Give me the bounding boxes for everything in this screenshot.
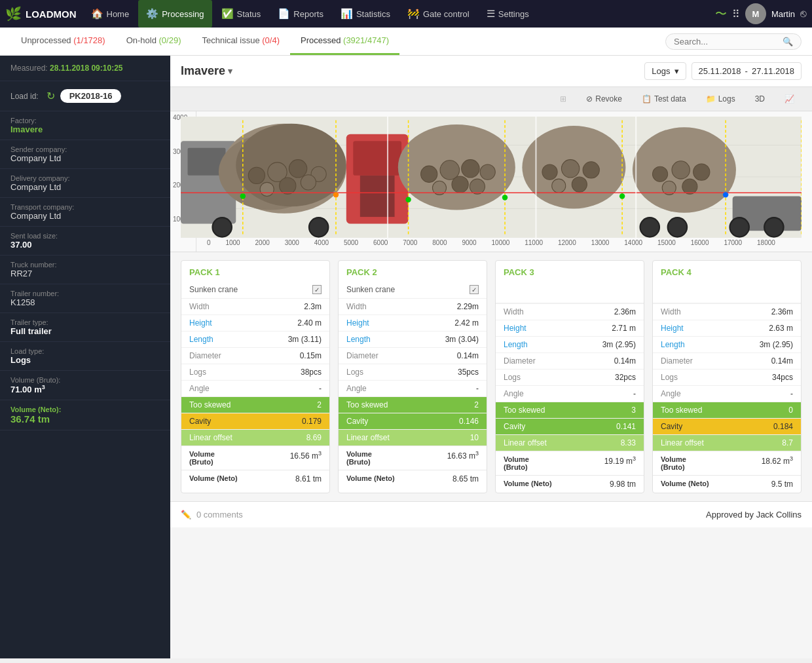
factory-value: Imavere bbox=[10, 124, 160, 134]
svg-point-40 bbox=[212, 218, 231, 237]
nav-gate-label: Gate control bbox=[423, 9, 470, 19]
factory-label: Factory: bbox=[10, 117, 160, 124]
load-type-field: Load type: Logs bbox=[0, 342, 170, 371]
nav-settings-label: Settings bbox=[498, 9, 529, 19]
nav-processing[interactable]: ⚙️ Processing bbox=[138, 0, 212, 28]
logo[interactable]: 🌿 LOADMON bbox=[5, 6, 77, 22]
sender-label: Sender company: bbox=[10, 145, 160, 153]
pack-1-title: PACK 1 bbox=[181, 261, 329, 281]
logout-icon[interactable]: ⎋ bbox=[800, 8, 807, 20]
folder-icon: 📁 bbox=[706, 94, 716, 104]
svg-point-41 bbox=[309, 218, 328, 237]
grid-view-button[interactable]: ⊞ bbox=[553, 91, 574, 107]
svg-point-56 bbox=[405, 197, 411, 202]
grid-icon[interactable]: ⠿ bbox=[732, 8, 740, 20]
scan-visualization bbox=[181, 117, 802, 238]
pack-2-volume-neto: Volume (Neto) 8.65 tm bbox=[339, 470, 487, 487]
tabs-bar: Unprocessed (1/1728) On-hold (0/29) Tech… bbox=[0, 28, 812, 56]
measured-label: Measured: bbox=[10, 64, 48, 73]
pack-2-angle: Angle - bbox=[339, 380, 487, 396]
3d-button[interactable]: 3D bbox=[748, 91, 772, 107]
svg-point-45 bbox=[764, 218, 783, 237]
pack-4-logs: Logs 34pcs bbox=[653, 369, 801, 385]
logs-label: Logs bbox=[652, 66, 670, 76]
svg-point-58 bbox=[619, 193, 625, 199]
volume-bruto-label: Volume (Bruto): bbox=[10, 376, 160, 384]
svg-point-9 bbox=[248, 167, 265, 183]
username: Martin bbox=[771, 9, 795, 19]
nav-status[interactable]: ✅ Status bbox=[213, 0, 269, 28]
tab-processed[interactable]: Processed (3921/4747) bbox=[290, 28, 399, 55]
pack-1-length: Length 3m (3.11) bbox=[181, 331, 329, 347]
date-from: 25.11.2018 bbox=[699, 66, 741, 76]
transport-field: Transport company: Company Ltd bbox=[0, 198, 170, 227]
logs-button[interactable]: 📁 Logs bbox=[699, 91, 743, 107]
pack-3-width: Width 2.36m bbox=[496, 303, 644, 320]
svg-rect-17 bbox=[353, 141, 401, 176]
approved-person: Jack Collins bbox=[756, 510, 802, 520]
pack-3-volume-neto: Volume (Neto) 9.98 tm bbox=[496, 475, 644, 493]
svg-point-55 bbox=[333, 192, 339, 197]
comments-section: ✏️ 0 comments bbox=[181, 510, 243, 520]
pack-4-too-skewed: Too skewed 0 bbox=[653, 402, 801, 418]
volume-neto-value: 36.74 tm bbox=[10, 413, 160, 425]
sent-load-field: Sent load size: 37.00 bbox=[0, 227, 170, 256]
svg-point-20 bbox=[421, 166, 437, 182]
packs-grid: PACK 1 Sunken crane ✓ Width 2.3m Height … bbox=[170, 252, 812, 501]
grid-view-icon: ⊞ bbox=[560, 94, 566, 104]
pack-3-linear-offset: Linear offset 8.33 bbox=[496, 434, 644, 451]
user-avatar: M bbox=[745, 3, 766, 24]
trailer-type-value: Full trailer bbox=[10, 326, 160, 336]
trailer-num-value: K1258 bbox=[10, 297, 160, 307]
trailer-num-field: Trailer number: K1258 bbox=[0, 284, 170, 313]
pack-3-angle: Angle - bbox=[496, 385, 644, 402]
tab-unprocessed[interactable]: Unprocessed (1/1728) bbox=[10, 28, 116, 55]
home-icon: 🏠 bbox=[91, 8, 103, 20]
date-range[interactable]: 25.11.2018 - 27.11.2018 bbox=[692, 62, 802, 80]
chart-button[interactable]: 📈 bbox=[777, 91, 802, 107]
search-input[interactable] bbox=[674, 37, 779, 47]
pack-2-logs: Logs 35pcs bbox=[339, 364, 487, 380]
pack-1-too-skewed: Too skewed 2 bbox=[181, 396, 329, 413]
search-icon: 🔍 bbox=[783, 37, 793, 47]
volume-neto-label: Volume (Neto): bbox=[10, 406, 160, 413]
sunken-crane-check: ✓ bbox=[312, 285, 322, 294]
refresh-button[interactable]: ↻ bbox=[46, 90, 55, 102]
nav-statistics[interactable]: 📊 Statistics bbox=[333, 0, 398, 28]
site-selector[interactable]: Imavere ▾ bbox=[181, 64, 232, 78]
pack-2-width: Width 2.29m bbox=[339, 298, 487, 314]
logs-dropdown[interactable]: Logs ▾ bbox=[644, 62, 686, 80]
nav-right-area: 〜 ⠿ M Martin ⎋ bbox=[715, 3, 807, 24]
svg-point-57 bbox=[502, 195, 507, 200]
pack-1-linear-offset: Linear offset 8.69 bbox=[181, 429, 329, 445]
top-navigation: 🌿 LOADMON 🏠 Home ⚙️ Processing ✅ Status … bbox=[0, 0, 812, 28]
tab-on-hold[interactable]: On-hold (0/29) bbox=[116, 28, 192, 55]
sidebar: Measured: 28.11.2018 09:10:25 Load id: ↻… bbox=[0, 56, 170, 658]
comments-bar: ✏️ 0 comments Approved by Jack Collins bbox=[170, 501, 812, 527]
svg-point-59 bbox=[723, 192, 728, 197]
nav-processing-label: Processing bbox=[162, 9, 204, 19]
pack-2-title: PACK 2 bbox=[339, 261, 487, 281]
svg-point-25 bbox=[452, 176, 468, 193]
date-separator: - bbox=[745, 66, 748, 76]
delivery-value: Company Ltd bbox=[10, 182, 160, 192]
scan-container: 4000 3000 2000 1000 bbox=[170, 111, 812, 252]
tab-technical-issue[interactable]: Technical issue (0/4) bbox=[191, 28, 290, 55]
revoke-button[interactable]: ⊘ Revoke bbox=[579, 91, 629, 107]
nav-settings[interactable]: ☰ Settings bbox=[479, 0, 537, 28]
test-data-button[interactable]: 📋 Test data bbox=[635, 91, 693, 107]
nav-home[interactable]: 🏠 Home bbox=[83, 0, 138, 28]
factory-field: Factory: Imavere bbox=[0, 111, 170, 140]
nav-reports[interactable]: 📄 Reports bbox=[270, 0, 331, 28]
content-header: Imavere ▾ Logs ▾ 25.11.2018 - 27.11.2018 bbox=[170, 56, 812, 87]
transport-label: Transport company: bbox=[10, 203, 160, 211]
pack-3-cavity: Cavity 0.141 bbox=[496, 418, 644, 434]
pack-1-width: Width 2.3m bbox=[181, 298, 329, 314]
nav-gate-control[interactable]: 🚧 Gate control bbox=[399, 0, 477, 28]
comments-count: 0 comments bbox=[196, 510, 243, 520]
svg-point-23 bbox=[480, 164, 495, 180]
logs-btn-label: Logs bbox=[718, 94, 735, 104]
search-box[interactable]: 🔍 bbox=[665, 33, 802, 50]
revoke-label: Revoke bbox=[595, 94, 622, 104]
sent-load-label: Sent load size: bbox=[10, 232, 160, 240]
